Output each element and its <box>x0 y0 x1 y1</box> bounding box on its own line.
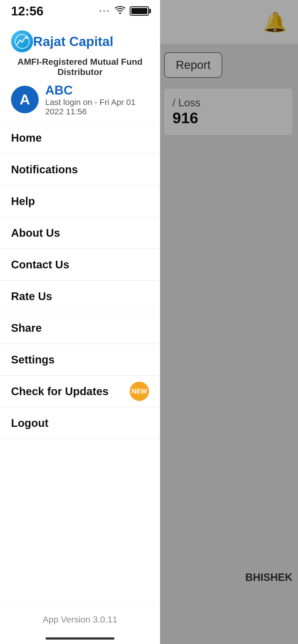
menu-item-label-2: Help <box>11 195 35 208</box>
menu-item-label-1: Notifications <box>11 163 78 176</box>
home-indicator <box>0 633 160 644</box>
avatar: A <box>11 86 39 113</box>
menu-item-label-6: Share <box>11 322 42 334</box>
user-info: ABC Last login on - Fri Apr 01 2022 11:5… <box>45 83 149 116</box>
menu-item-share[interactable]: Share <box>0 312 160 344</box>
brand-name: Rajat Capital <box>33 34 113 49</box>
wifi-icon <box>115 5 126 17</box>
menu-item-label-0: Home <box>11 132 42 144</box>
menu-item-label-8: Check for Updates <box>11 385 108 398</box>
menu-item-label-3: About Us <box>11 227 60 239</box>
new-badge: NEW <box>130 382 149 401</box>
drawer-footer: App Version 3.0.11 <box>0 606 160 633</box>
menu-item-check-for-updates[interactable]: Check for UpdatesNEW <box>0 376 160 407</box>
menu-item-rate-us[interactable]: Rate Us <box>0 281 160 312</box>
battery-icon <box>130 6 149 16</box>
status-bar: 12:56 ••• <box>0 0 160 22</box>
home-bar <box>46 637 115 640</box>
menu-item-settings[interactable]: Settings <box>0 344 160 376</box>
menu-item-label-7: Settings <box>11 354 55 366</box>
brand-tagline: AMFI-Registered Mutual Fund Distributor <box>11 57 149 77</box>
dim-overlay <box>159 0 298 644</box>
brand-logo <box>11 30 33 52</box>
user-row: A ABC Last login on - Fri Apr 01 2022 11… <box>11 83 149 116</box>
menu-item-label-4: Contact Us <box>11 258 69 271</box>
drawer: 12:56 ••• <box>0 0 160 644</box>
menu-item-contact-us[interactable]: Contact Us <box>0 249 160 281</box>
svg-point-3 <box>119 12 121 14</box>
menu-item-logout[interactable]: Logout <box>0 407 160 439</box>
status-icons: ••• <box>99 5 149 17</box>
app-version: App Version 3.0.11 <box>43 615 117 624</box>
user-name: ABC <box>45 83 149 98</box>
dots-icon: ••• <box>99 7 110 15</box>
menu-item-about-us[interactable]: About Us <box>0 217 160 249</box>
status-time: 12:56 <box>11 4 99 18</box>
drawer-header: Rajat Capital AMFI-Registered Mutual Fun… <box>0 22 160 122</box>
menu-item-notifications[interactable]: Notifications <box>0 154 160 185</box>
menu-list: HomeNotificationsHelpAbout UsContact UsR… <box>0 122 160 606</box>
menu-item-help[interactable]: Help <box>0 185 160 217</box>
menu-item-home[interactable]: Home <box>0 122 160 154</box>
logo-row: Rajat Capital <box>11 30 149 52</box>
menu-item-label-5: Rate Us <box>11 290 52 303</box>
user-login-text: Last login on - Fri Apr 01 2022 11:56 <box>45 98 149 116</box>
menu-item-label-9: Logout <box>11 417 49 429</box>
